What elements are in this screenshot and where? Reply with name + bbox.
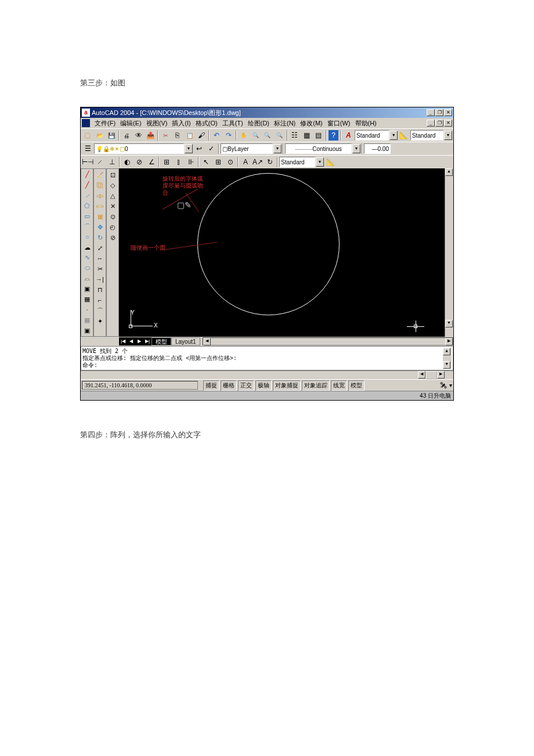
cmd-scroll-up[interactable]: ▲ [443,348,450,355]
dimstyle-dropdown[interactable]: ▼ [316,157,324,167]
help-button[interactable]: ? [328,129,340,141]
tab-prev-button[interactable]: ◀ [127,337,135,345]
line-button[interactable] [82,170,92,180]
stretch-button[interactable]: ↔ [95,253,105,264]
move-button[interactable] [95,222,105,232]
zoom-realtime-button[interactable] [250,129,261,141]
dim-aligned-button[interactable]: ⟋ [94,156,106,168]
model-toggle[interactable]: 模型 [348,380,365,391]
text-style-dropdown[interactable]: ▼ [389,131,398,140]
menu-view[interactable]: 视图(V) [144,119,170,128]
rectangle-button[interactable] [82,211,92,222]
polygon-button[interactable] [82,201,92,211]
redo-button[interactable] [223,129,234,141]
ortho-toggle[interactable]: 正交 [238,380,254,391]
menu-file[interactable]: 文件(F) [92,119,118,128]
offset-button[interactable] [95,201,105,211]
dim-ordinate-button[interactable]: ⊥ [106,156,118,168]
scroll-right-button[interactable]: ▶ [445,338,453,345]
horizontal-scrollbar[interactable]: ◀ ▶ [203,337,453,345]
layer-previous-button[interactable]: ↩ [193,143,205,154]
maximize-button[interactable]: ❐ [435,109,443,116]
cmd-scroll-down[interactable]: ▼ [443,361,450,369]
copy-button[interactable] [172,129,183,141]
menu-window[interactable]: 窗口(W) [325,119,353,128]
snap-toggle[interactable]: 捕捉 [203,380,219,391]
snap-quadrant-button[interactable]: ◴ [107,222,118,232]
spline-button[interactable] [82,253,92,263]
tray-comm-icon[interactable]: 🛰 [439,381,448,390]
scroll-left-button[interactable]: ◀ [203,338,211,345]
mdi-close[interactable]: ✕ [444,120,452,127]
center-mark-button[interactable]: ⊙ [225,156,236,168]
mdi-minimize[interactable]: _ [427,120,435,127]
revcloud-button[interactable]: ☁ [82,242,92,253]
tool-palettes-button[interactable]: ▤ [313,129,324,141]
snap-intersection-button[interactable]: ✕ [107,201,118,211]
tab-first-button[interactable]: |◀ [119,337,127,345]
command-prompt[interactable]: 命令: [82,362,443,369]
menu-modify[interactable]: 修改(M) [298,119,325,128]
scale-button[interactable]: ⤢ [95,243,105,253]
zoom-window-button[interactable] [262,129,273,141]
coordinates-display[interactable]: 391.2451, -110.4618, 0.0000 [82,381,198,390]
menu-tools[interactable]: 工具(T) [220,119,246,128]
dim-radius-button[interactable]: ◐ [121,156,133,168]
menu-draw[interactable]: 绘图(D) [246,119,272,128]
mirror-button[interactable] [95,190,105,201]
save-button[interactable] [106,129,117,141]
color-combo[interactable]: ▢ ByLayer [221,143,273,154]
region-button[interactable] [82,325,92,336]
menu-format[interactable]: 格式(O) [193,119,220,128]
layer-dropdown[interactable]: ▼ [185,144,193,153]
ellipse-button[interactable] [82,263,92,273]
menu-help[interactable]: 帮助(H) [353,119,379,128]
dimstyle-manager-button[interactable]: 📐 [324,156,336,168]
cmd-scroll-right[interactable]: ▶ [437,371,445,379]
layer-combo[interactable]: 💡🔒❄☀▢ 0 [94,143,184,154]
circle-button[interactable] [82,232,92,242]
undo-button[interactable] [211,129,222,141]
quick-dim-button[interactable]: ⊞ [161,156,172,168]
layer-manager-button[interactable]: ☰ [82,143,93,154]
dim-update-button[interactable]: ↻ [264,156,276,168]
snap-midpoint-button[interactable]: △ [107,190,118,201]
new-button[interactable] [82,129,93,141]
point-button[interactable]: · [82,304,92,315]
fillet-button[interactable]: ⌒ [95,305,105,316]
mdi-restore[interactable]: ❐ [435,120,443,127]
break-button[interactable]: ⊓ [95,285,105,295]
designcenter-button[interactable]: ▦ [301,129,312,141]
zoom-previous-button[interactable] [274,129,286,141]
quick-leader-button[interactable]: ↖ [200,156,212,168]
dim-baseline-button[interactable]: ⫿ [173,156,185,168]
menu-dimension[interactable]: 标注(N) [272,119,298,128]
dim-style-dropdown[interactable]: ▼ [444,131,452,140]
dim-text-edit-button[interactable]: A↗ [252,156,264,168]
snap-endpoint-button[interactable]: ◇ [107,180,118,190]
linetype-dropdown[interactable]: ▼ [352,144,360,153]
trim-button[interactable]: ✂ [95,264,105,274]
ellipse-arc-button[interactable]: ⌓ [82,273,92,284]
dim-style-icon[interactable]: 📐 [398,129,410,141]
menu-edit[interactable]: 编辑(E) [118,119,144,128]
plot-button[interactable] [121,129,132,141]
menu-insert[interactable]: 插入(I) [169,119,193,128]
rotate-button[interactable] [95,232,105,243]
open-button[interactable] [94,129,106,141]
grid-toggle[interactable]: 栅格 [221,380,237,391]
dim-style-combo[interactable]: Standard [410,130,443,141]
dim-continue-button[interactable]: ⊪ [185,156,197,168]
array-button[interactable] [95,211,105,222]
insert-block-button[interactable]: ▣ [82,284,92,294]
plot-preview-button[interactable]: 👁 [133,129,145,141]
xline-button[interactable] [82,180,92,190]
hatch-button[interactable] [82,315,92,325]
dim-linear-button[interactable]: ⊢⊣ [82,156,93,168]
tab-layout1[interactable]: Layout1 [171,337,200,345]
drawing-canvas[interactable]: 旋转后的字体弧度尽量与圆弧吻合 ▢✎ 随便画一个圆 Y X [119,168,445,337]
tray-menu-icon[interactable]: ▾ [449,382,452,388]
tab-model[interactable]: 模型 [151,337,171,345]
explode-button[interactable]: ✦ [95,316,105,326]
text-style-combo[interactable]: Standard [355,130,389,141]
